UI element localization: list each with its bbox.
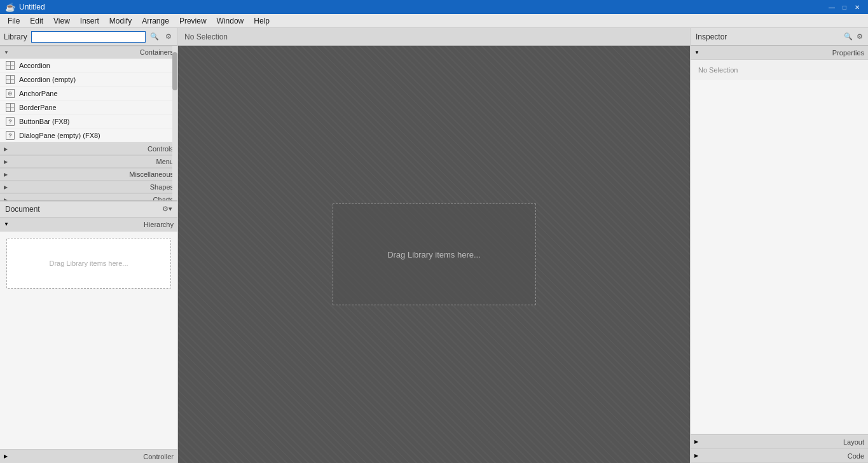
layout-label: Layout	[701, 438, 864, 446]
left-spacer	[0, 295, 177, 450]
charts-arrow: ▶	[4, 197, 8, 200]
menu-item-view[interactable]: View	[48, 15, 75, 27]
charts-label: Charts	[10, 196, 174, 200]
menu-section-header[interactable]: ▶ Menu	[0, 155, 177, 168]
document-section: Document ⚙▾	[0, 200, 177, 218]
inspector-no-selection: No Selection	[691, 60, 868, 80]
menu-item-window[interactable]: Window	[212, 15, 249, 27]
menu-item-help[interactable]: Help	[249, 15, 275, 27]
menu-item-preview[interactable]: Preview	[174, 15, 212, 27]
menubar: FileEditViewInsertModifyArrangePreviewWi…	[0, 14, 868, 28]
left-drag-area[interactable]: Drag Library items here...	[6, 238, 171, 289]
hierarchy-section: ▼ Hierarchy	[0, 218, 177, 232]
app-icon: ☕	[5, 3, 15, 12]
list-item[interactable]: ⊕ AnchorPane	[0, 86, 177, 100]
dialogpane-icon: ?	[5, 130, 15, 141]
borderpane-icon	[5, 102, 15, 113]
left-drag-text: Drag Library items here...	[49, 259, 128, 267]
containers-section-header[interactable]: ▼ Containers	[0, 46, 177, 59]
menu-arrow: ▶	[4, 159, 8, 165]
library-scrollbar[interactable]	[172, 46, 177, 200]
canvas-drag-text: Drag Library items here...	[387, 250, 481, 259]
list-item[interactable]: BorderPane	[0, 100, 177, 114]
code-section-header[interactable]: ▶ Code	[691, 449, 868, 463]
shapes-section-header[interactable]: ▶ Shapes	[0, 181, 177, 193]
hierarchy-header[interactable]: ▼ Hierarchy	[0, 218, 177, 232]
canvas-area: No Selection Drag Library items here...	[178, 28, 690, 463]
controller-section[interactable]: ▶ Controller	[0, 449, 177, 463]
document-header: Document ⚙▾	[0, 201, 177, 218]
minimize-button[interactable]: —	[826, 1, 837, 13]
containers-arrow: ▼	[4, 50, 9, 55]
item-label: Accordion	[19, 62, 50, 69]
document-gear-icon[interactable]: ⚙▾	[162, 205, 172, 213]
canvas-surface[interactable]: Drag Library items here...	[178, 46, 690, 463]
window-controls: — □ ✕	[826, 1, 863, 13]
close-button[interactable]: ✕	[851, 1, 863, 13]
menu-item-modify[interactable]: Modify	[104, 15, 137, 27]
properties-section: ▼ Properties No Selection	[691, 46, 868, 80]
menu-item-arrange[interactable]: Arrange	[137, 15, 174, 27]
library-label: Library	[4, 32, 27, 41]
shapes-arrow: ▶	[4, 184, 8, 190]
controls-arrow: ▶	[4, 146, 8, 152]
layout-arrow: ▶	[694, 439, 698, 445]
search-icon[interactable]: 🔍	[149, 32, 160, 42]
menu-item-insert[interactable]: Insert	[75, 15, 104, 27]
code-arrow: ▶	[694, 453, 698, 459]
properties-arrow: ▼	[694, 50, 699, 55]
inspector-gear-icon[interactable]: ⚙	[857, 32, 863, 41]
list-item[interactable]: ? DialogPane (empty) (FX8)	[0, 128, 177, 142]
library-scrollbar-thumb[interactable]	[172, 52, 177, 90]
buttonbar-icon: ?	[5, 116, 15, 127]
miscellaneous-section-header[interactable]: ▶ Miscellaneous	[0, 168, 177, 181]
properties-label: Properties	[702, 49, 864, 57]
controls-section-header[interactable]: ▶ Controls	[0, 142, 177, 155]
inspector-label: Inspector	[696, 32, 840, 41]
main-layout: Library 🔍 ⚙ ▼ Containers Accordion	[0, 28, 868, 463]
inspector-header: Inspector 🔍 ⚙	[691, 28, 868, 46]
accordion-icon	[5, 60, 15, 71]
item-label: AnchorPane	[19, 90, 58, 97]
menu-item-file[interactable]: File	[3, 15, 25, 27]
menu-label: Menu	[10, 158, 174, 165]
library-gear-icon[interactable]: ⚙	[163, 32, 174, 42]
item-label: ButtonBar (FX8)	[19, 118, 69, 125]
controller-arrow: ▶	[4, 453, 8, 459]
list-item[interactable]: Accordion	[0, 59, 177, 73]
library-search-input[interactable]	[31, 31, 146, 43]
inspector-search-icon: 🔍	[844, 32, 853, 41]
inspector-spacer	[691, 80, 868, 434]
list-item[interactable]: ? ButtonBar (FX8)	[0, 114, 177, 128]
item-label: DialogPane (empty) (FX8)	[19, 132, 100, 139]
right-panel: Inspector 🔍 ⚙ ▼ Properties No Selection …	[690, 28, 868, 463]
misc-label: Miscellaneous	[10, 170, 174, 178]
menu-item-edit[interactable]: Edit	[25, 15, 48, 27]
shapes-label: Shapes	[10, 183, 174, 191]
misc-arrow: ▶	[4, 172, 8, 177]
accordion-empty-icon	[5, 74, 15, 85]
anchorpane-icon: ⊕	[5, 88, 15, 99]
library-content: ▼ Containers Accordion Accordion (empty)…	[0, 46, 177, 200]
titlebar: ☕ Untitled — □ ✕	[0, 0, 868, 14]
maximize-button[interactable]: □	[839, 1, 850, 13]
left-panel: Library 🔍 ⚙ ▼ Containers Accordion	[0, 28, 178, 463]
canvas-drop-zone[interactable]: Drag Library items here...	[333, 204, 536, 305]
item-label: Accordion (empty)	[19, 76, 76, 83]
properties-header[interactable]: ▼ Properties	[691, 46, 868, 60]
no-selection-label: No Selection	[184, 32, 228, 41]
list-item[interactable]: Accordion (empty)	[0, 73, 177, 86]
library-header: Library 🔍 ⚙	[0, 28, 177, 46]
canvas-toolbar: No Selection	[178, 28, 690, 46]
layout-section-header[interactable]: ▶ Layout	[691, 435, 868, 449]
inspector-bottom: ▶ Layout ▶ Code	[691, 434, 868, 463]
hierarchy-label: Hierarchy	[11, 221, 174, 228]
charts-section-header[interactable]: ▶ Charts	[0, 193, 177, 200]
item-label: BorderPane	[19, 104, 57, 111]
controller-label: Controller	[10, 453, 174, 460]
hierarchy-arrow: ▼	[4, 221, 9, 227]
document-label: Document	[5, 205, 162, 214]
containers-label: Containers	[11, 48, 174, 56]
controls-label: Controls	[10, 145, 174, 153]
title-text: Untitled	[19, 3, 45, 11]
